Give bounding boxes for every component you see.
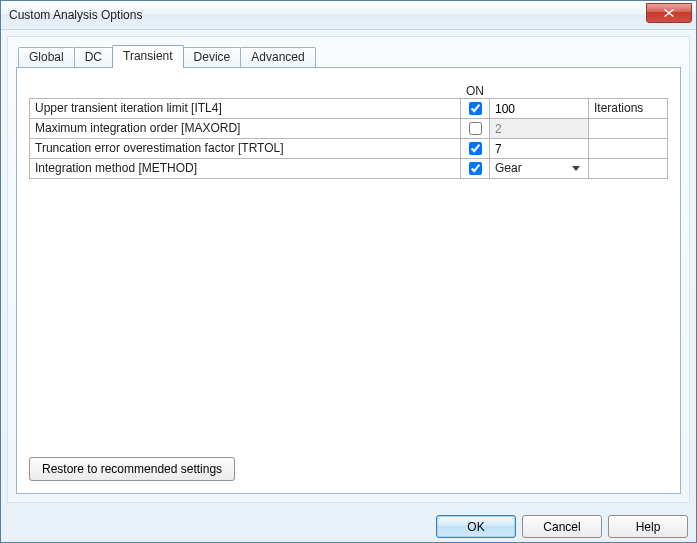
close-button[interactable] [646, 3, 692, 23]
label-itl4: Upper transient iteration limit [ITL4] [29, 98, 461, 119]
help-button[interactable]: Help [608, 515, 688, 538]
unit-maxord [588, 118, 668, 139]
checkbox-maxord[interactable] [469, 122, 482, 135]
client-area: Global DC Transient Device Advanced ON U… [7, 36, 690, 503]
row-maxord: Maximum integration order [MAXORD] [29, 118, 668, 139]
input-trtol[interactable] [495, 139, 583, 158]
tab-global[interactable]: Global [18, 47, 75, 68]
restore-button[interactable]: Restore to recommended settings [29, 457, 235, 481]
checkbox-method[interactable] [469, 162, 482, 175]
unit-method [588, 158, 668, 179]
input-maxord [495, 119, 583, 138]
label-method: Integration method [METHOD] [29, 158, 461, 179]
chevron-down-icon [568, 166, 584, 171]
on-cell-itl4 [460, 98, 490, 119]
value-cell-itl4 [489, 98, 589, 119]
titlebar: Custom Analysis Options [1, 1, 696, 30]
value-cell-method: Gear [489, 158, 589, 179]
dropdown-method-value: Gear [495, 159, 522, 178]
value-cell-maxord [489, 118, 589, 139]
label-trtol: Truncation error overestimation factor [… [29, 138, 461, 159]
row-itl4: Upper transient iteration limit [ITL4] I… [29, 98, 668, 119]
checkbox-trtol[interactable] [469, 142, 482, 155]
window-title: Custom Analysis Options [9, 8, 142, 22]
tab-device[interactable]: Device [183, 47, 242, 68]
tabstrip: Global DC Transient Device Advanced [18, 45, 681, 67]
tab-transient[interactable]: Transient [112, 45, 184, 68]
column-header-on: ON [460, 84, 490, 98]
options-grid: ON Upper transient iteration limit [ITL4… [29, 84, 668, 179]
checkbox-itl4[interactable] [469, 102, 482, 115]
cancel-button[interactable]: Cancel [522, 515, 602, 538]
unit-itl4: Iterations [588, 98, 668, 119]
unit-trtol [588, 138, 668, 159]
input-itl4[interactable] [495, 99, 583, 118]
ok-button[interactable]: OK [436, 515, 516, 538]
grid-header: ON [29, 84, 668, 98]
close-icon [664, 9, 674, 17]
value-cell-trtol [489, 138, 589, 159]
on-cell-maxord [460, 118, 490, 139]
dialog-button-row: OK Cancel Help [1, 509, 696, 542]
on-cell-trtol [460, 138, 490, 159]
row-trtol: Truncation error overestimation factor [… [29, 138, 668, 159]
dialog-window: Custom Analysis Options Global DC Transi… [0, 0, 697, 543]
dropdown-method[interactable]: Gear [495, 159, 584, 178]
tab-panel-transient: ON Upper transient iteration limit [ITL4… [16, 67, 681, 494]
on-cell-method [460, 158, 490, 179]
tab-dc[interactable]: DC [74, 47, 113, 68]
label-maxord: Maximum integration order [MAXORD] [29, 118, 461, 139]
tab-advanced[interactable]: Advanced [240, 47, 315, 68]
row-method: Integration method [METHOD] Gear [29, 158, 668, 179]
